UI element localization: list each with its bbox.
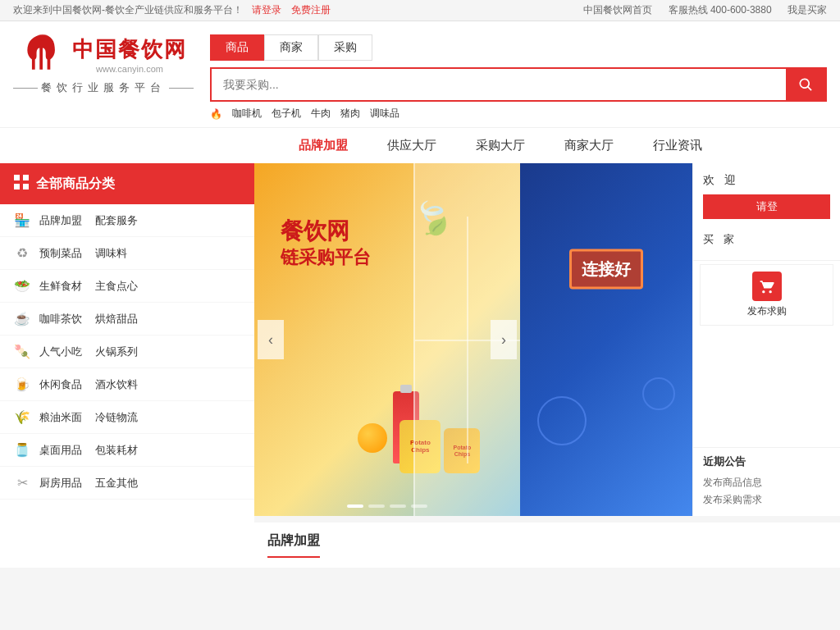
cat-leisure[interactable]: 休闲食品	[39, 377, 82, 392]
cat-coldchain[interactable]: 冷链物流	[95, 410, 138, 425]
nav-news[interactable]: 行业资讯	[633, 128, 722, 163]
register-link[interactable]: 免费注册	[291, 4, 331, 16]
welcome-text: 欢迎来到中国餐饮网-餐饮全产业链供应和服务平台！	[13, 4, 243, 16]
cat-grain[interactable]: 粮油米面	[39, 410, 82, 425]
banner-dot-3[interactable]	[390, 504, 406, 508]
banner-secondary: 连接好	[520, 163, 692, 516]
banner-main: 餐饮网 链采购平台 🍃 PotatoChips PotatoChips	[254, 163, 520, 516]
tab-purchase[interactable]: 采购	[318, 34, 372, 61]
keyword-beef[interactable]: 牛肉	[311, 107, 331, 121]
sidebar-cats-fresh: 生鲜食材 主食点心	[39, 279, 241, 294]
coffee-icon: ☕	[13, 311, 31, 326]
search-input[interactable]	[212, 69, 786, 100]
welcome-title: 欢 迎	[703, 173, 830, 188]
logo-subtitle: 餐饮行业服务平台	[13, 80, 194, 95]
banner-title-line2: 链采购平台	[281, 246, 371, 270]
search-button[interactable]	[786, 69, 825, 100]
notice-item-2[interactable]: 发布采购需求	[703, 491, 830, 509]
banner-dots	[347, 504, 427, 508]
sidebar-row-grain[interactable]: 🌾 粮油米面 冷链物流	[0, 401, 254, 434]
cat-hotpot[interactable]: 火锅系列	[95, 345, 138, 359]
sidebar-row-fresh[interactable]: 🥗 生鲜食材 主食点心	[0, 270, 254, 303]
cat-hardware[interactable]: 五金其他	[95, 476, 138, 491]
cat-coffee[interactable]: 咖啡茶饮	[39, 312, 82, 326]
keyword-coffee[interactable]: 咖啡机	[232, 107, 262, 121]
cat-bakery[interactable]: 烘焙甜品	[95, 312, 138, 326]
panel-login-button[interactable]: 请登	[703, 194, 830, 219]
home-link[interactable]: 中国餐饮网首页	[583, 4, 652, 16]
sidebar-row-premade[interactable]: ♻ 预制菜品 调味料	[0, 237, 254, 270]
tab-product[interactable]: 商品	[210, 34, 264, 61]
cat-snack[interactable]: 人气小吃	[39, 345, 82, 359]
orange-decoration	[358, 423, 387, 453]
body-wrap: 全部商品分类 🏪 品牌加盟 配套服务 ♻ 预制菜品 调味料 🥗 生鲜	[0, 163, 840, 568]
right-panel-notice: 近期公告 发布商品信息 发布采购需求	[693, 447, 840, 516]
cat-packaging[interactable]: 包装耗材	[95, 443, 138, 458]
svg-point-0	[37, 34, 49, 40]
post-purchase-label: 发布求购	[747, 304, 787, 318]
sidebar-row-kitchen[interactable]: ✂ 厨房用品 五金其他	[0, 467, 254, 500]
top-bar: 欢迎来到中国餐饮网-餐饮全产业链供应和服务平台！ 请登录 免费注册 中国餐饮网首…	[0, 0, 840, 21]
tab-merchant[interactable]: 商家	[264, 34, 318, 61]
banner-prev-button[interactable]: ‹	[258, 320, 284, 359]
search-box	[210, 67, 827, 102]
snack-icon: 🍡	[13, 344, 31, 359]
logo-text: 中国餐饮网 www.canyin.com	[72, 35, 187, 74]
post-purchase-action[interactable]: 发布求购	[700, 264, 833, 326]
cat-seasoning[interactable]: 调味料	[95, 246, 127, 261]
cat-support[interactable]: 配套服务	[95, 213, 138, 228]
nav-supply[interactable]: 供应大厅	[368, 128, 456, 163]
sidebar-title: 全部商品分类	[36, 176, 115, 193]
search-area: 商品 商家 采购 🔥 咖啡机 包子机 牛肉 猪肉 调味品	[210, 31, 827, 121]
keyword-seasoning[interactable]: 调味品	[370, 107, 399, 121]
nav-franchise[interactable]: 品牌加盟	[279, 128, 368, 163]
keyword-baoziji[interactable]: 包子机	[272, 107, 301, 121]
banner-dot-2[interactable]	[368, 504, 385, 508]
notice-title: 近期公告	[703, 454, 830, 469]
keyword-pork[interactable]: 猪肉	[340, 107, 360, 121]
cat-staple[interactable]: 主食点心	[95, 279, 138, 294]
search-icon	[797, 76, 814, 93]
sidebar-cats-premade: 预制菜品 调味料	[39, 246, 241, 261]
cat-premade[interactable]: 预制菜品	[39, 246, 82, 261]
logo-url: www.canyin.com	[72, 64, 187, 74]
nav-purchase[interactable]: 采购大厅	[456, 128, 545, 163]
sidebar-row-snack[interactable]: 🍡 人气小吃 火锅系列	[0, 336, 254, 368]
sidebar-row-franchise[interactable]: 🏪 品牌加盟 配套服务	[0, 204, 254, 237]
logo-title: 中国餐饮网	[72, 35, 187, 64]
banner-image-left: 餐饮网 链采购平台 🍃 PotatoChips PotatoChips	[254, 163, 520, 516]
banner-next-button[interactable]: ›	[491, 320, 517, 359]
notice-item-1[interactable]: 发布商品信息	[703, 474, 830, 492]
buyer-link[interactable]: 我是买家	[788, 4, 827, 16]
svg-rect-2	[23, 175, 29, 180]
sidebar-cats-leisure: 休闲食品 酒水饮料	[39, 377, 241, 392]
login-link[interactable]: 请登录	[252, 4, 281, 16]
cat-kitchen[interactable]: 厨房用品	[39, 476, 82, 491]
cat-table[interactable]: 桌面用品	[39, 443, 82, 458]
sidebar-row-leisure[interactable]: 🍺 休闲食品 酒水饮料	[0, 368, 254, 401]
tech-circle2	[642, 377, 675, 410]
sidebar-cats-grain: 粮油米面 冷链物流	[39, 410, 241, 425]
nav-merchant[interactable]: 商家大厅	[545, 128, 633, 163]
sidebar-cats-franchise: 品牌加盟 配套服务	[39, 213, 241, 228]
hot-keywords: 🔥 咖啡机 包子机 牛肉 猪肉 调味品	[210, 107, 827, 121]
main-nav: 品牌加盟 供应大厅 采购大厅 商家大厅 行业资讯	[0, 127, 840, 163]
sidebar-cats-snack: 人气小吃 火锅系列	[39, 345, 241, 359]
right-panel: 欢 迎 请登 买 家 发布求购 近期公告	[692, 163, 840, 516]
sidebar-row-coffee[interactable]: ☕ 咖啡茶饮 烘焙甜品	[0, 303, 254, 336]
banner-dot-4[interactable]	[411, 504, 427, 508]
hotline: 客服热线 400-600-3880	[669, 4, 772, 16]
cat-beverage[interactable]: 酒水饮料	[95, 377, 138, 392]
banner-area: 餐饮网 链采购平台 🍃 PotatoChips PotatoChips	[254, 163, 840, 516]
cat-fresh[interactable]: 生鲜食材	[39, 279, 82, 294]
sidebar-cats-tableware: 桌面用品 包装耗材	[39, 443, 241, 458]
svg-rect-4	[23, 184, 29, 189]
sidebar-row-tableware[interactable]: 🫙 桌面用品 包装耗材	[0, 434, 254, 467]
cat-franchise[interactable]: 品牌加盟	[39, 213, 82, 228]
sidebar-header: 全部商品分类	[0, 163, 254, 204]
banner-dot-1[interactable]	[347, 504, 363, 508]
grain-icon: 🌾	[13, 409, 31, 425]
fresh-icon: 🥗	[13, 278, 31, 294]
grid-icon	[13, 174, 30, 194]
premade-icon: ♻	[13, 245, 31, 261]
